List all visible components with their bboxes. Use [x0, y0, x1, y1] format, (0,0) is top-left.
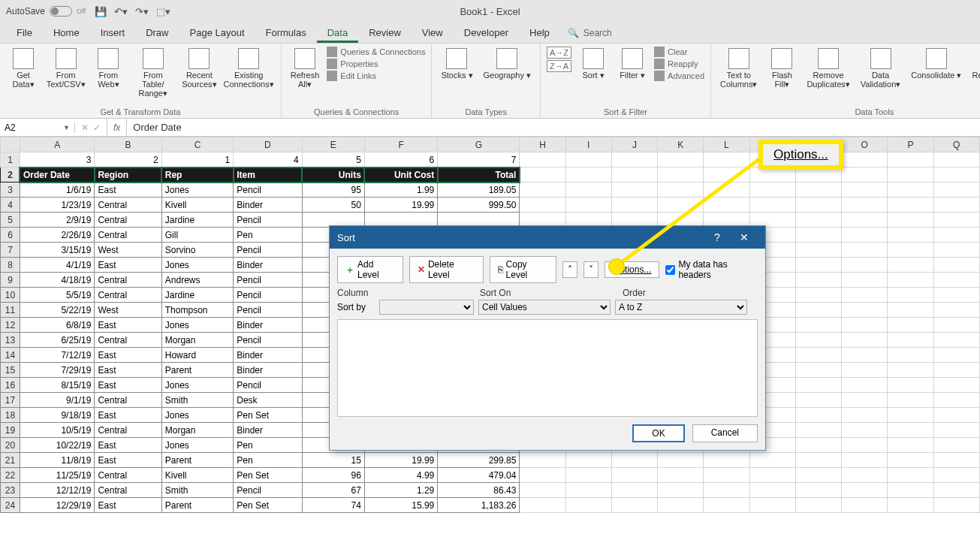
order-select[interactable]: A to Z — [615, 300, 747, 315]
filter-button[interactable]: Filter ▾ — [615, 47, 650, 81]
cell[interactable]: 11/8/19 — [20, 453, 95, 468]
cell[interactable] — [842, 363, 888, 378]
get-data-button[interactable]: GetData▾ — [6, 47, 41, 90]
cell[interactable] — [795, 288, 841, 303]
cell[interactable] — [795, 348, 841, 363]
cell[interactable]: 96 — [302, 468, 364, 483]
cell[interactable]: Central — [95, 228, 161, 243]
cell[interactable]: East — [95, 318, 161, 333]
cell[interactable]: Jones — [161, 378, 234, 393]
save-icon[interactable]: 💾 — [95, 6, 107, 17]
col-header-B[interactable]: B — [95, 137, 161, 152]
cell[interactable]: 3/15/19 — [20, 243, 95, 258]
cell[interactable]: Pencil — [234, 243, 302, 258]
cell[interactable]: Central — [95, 393, 161, 408]
cell[interactable] — [933, 228, 979, 243]
cell[interactable]: Pen — [234, 438, 302, 453]
cell[interactable] — [565, 167, 611, 183]
cell[interactable]: 5/22/19 — [20, 303, 95, 318]
cell[interactable] — [888, 498, 933, 513]
row-header-23[interactable]: 23 — [1, 483, 20, 498]
col-header-P[interactable]: P — [888, 137, 933, 152]
ok-button[interactable]: OK — [632, 424, 684, 442]
cell[interactable]: Central — [95, 213, 161, 228]
cell[interactable] — [888, 363, 933, 378]
cell[interactable] — [842, 453, 888, 468]
cell[interactable] — [704, 152, 749, 167]
cell[interactable] — [611, 483, 657, 498]
cell[interactable] — [888, 243, 933, 258]
cell[interactable] — [842, 303, 888, 318]
col-header-K[interactable]: K — [658, 137, 704, 152]
cell[interactable] — [795, 303, 841, 318]
cell[interactable]: 6/25/19 — [20, 333, 95, 348]
cell[interactable]: 19.99 — [364, 198, 437, 213]
cell[interactable]: Jones — [161, 258, 234, 273]
cell[interactable] — [888, 423, 933, 438]
cell[interactable] — [933, 453, 979, 468]
cell[interactable] — [749, 483, 795, 498]
col-header-E[interactable]: E — [302, 137, 364, 152]
cell[interactable]: Pencil — [234, 378, 302, 393]
cell[interactable]: East — [95, 183, 161, 198]
cell[interactable]: 86.43 — [438, 483, 520, 498]
data-validation-button[interactable]: DataValidation▾ — [858, 47, 904, 90]
row-header-16[interactable]: 16 — [1, 378, 20, 393]
queries-connections-button[interactable]: Queries & Connections — [327, 47, 425, 57]
row-header-20[interactable]: 20 — [1, 438, 20, 453]
cell[interactable]: 5 — [302, 152, 364, 167]
cell[interactable] — [842, 273, 888, 288]
text-to-columns-button[interactable]: Text toColumns▾ — [717, 47, 760, 90]
col-header-D[interactable]: D — [234, 137, 302, 152]
cell[interactable]: Binder — [234, 363, 302, 378]
consolidate-button[interactable]: Consolidate ▾ — [908, 47, 964, 81]
data-header-cell[interactable]: Unit Cost — [364, 167, 437, 183]
cell[interactable] — [888, 258, 933, 273]
cell[interactable]: Central — [95, 288, 161, 303]
cell[interactable]: Howard — [161, 348, 234, 363]
cell[interactable] — [842, 152, 888, 167]
headers-checkbox-input[interactable] — [665, 265, 675, 275]
cell[interactable] — [658, 167, 704, 183]
row-header-14[interactable]: 14 — [1, 348, 20, 363]
cell[interactable]: 7 — [438, 152, 520, 167]
clear-button[interactable]: Clear — [654, 47, 704, 57]
cell[interactable]: Pencil — [234, 273, 302, 288]
col-header-O[interactable]: O — [842, 137, 888, 152]
row-header-12[interactable]: 12 — [1, 318, 20, 333]
row-header-1[interactable]: 1 — [1, 152, 20, 167]
cell[interactable] — [888, 228, 933, 243]
edit-links-button[interactable]: Edit Links — [327, 71, 425, 81]
cell[interactable] — [520, 453, 565, 468]
cell[interactable] — [658, 468, 704, 483]
data-header-cell[interactable]: Total — [438, 167, 520, 183]
cell[interactable]: 4 — [234, 152, 302, 167]
remove-duplicates-button[interactable]: RemoveDuplicates▾ — [804, 47, 852, 90]
help-icon[interactable]: ? — [704, 231, 731, 243]
cell[interactable] — [795, 318, 841, 333]
cell[interactable]: Binder — [234, 423, 302, 438]
cell[interactable] — [795, 243, 841, 258]
col-header-J[interactable]: J — [611, 137, 657, 152]
cell[interactable]: Pen Set — [234, 408, 302, 423]
cell[interactable] — [795, 423, 841, 438]
close-icon[interactable]: ✕ — [731, 231, 758, 243]
cell[interactable] — [888, 348, 933, 363]
cell[interactable]: Parent — [161, 498, 234, 513]
cell[interactable] — [842, 348, 888, 363]
cell[interactable]: Central — [95, 423, 161, 438]
row-header-10[interactable]: 10 — [1, 288, 20, 303]
cell[interactable] — [795, 438, 841, 453]
tab-page-layout[interactable]: Page Layout — [179, 23, 255, 43]
cell[interactable] — [611, 152, 657, 167]
row-header-4[interactable]: 4 — [1, 198, 20, 213]
cell[interactable] — [888, 303, 933, 318]
cell[interactable]: Gill — [161, 228, 234, 243]
cell[interactable] — [565, 483, 611, 498]
cell[interactable] — [795, 273, 841, 288]
cell[interactable] — [888, 393, 933, 408]
redo-icon[interactable]: ↷▾ — [135, 6, 149, 17]
cancel-button[interactable]: Cancel — [692, 424, 758, 442]
copy-level-button[interactable]: ⎘Copy Level — [490, 256, 556, 283]
reapply-button[interactable]: Reapply — [654, 59, 704, 69]
